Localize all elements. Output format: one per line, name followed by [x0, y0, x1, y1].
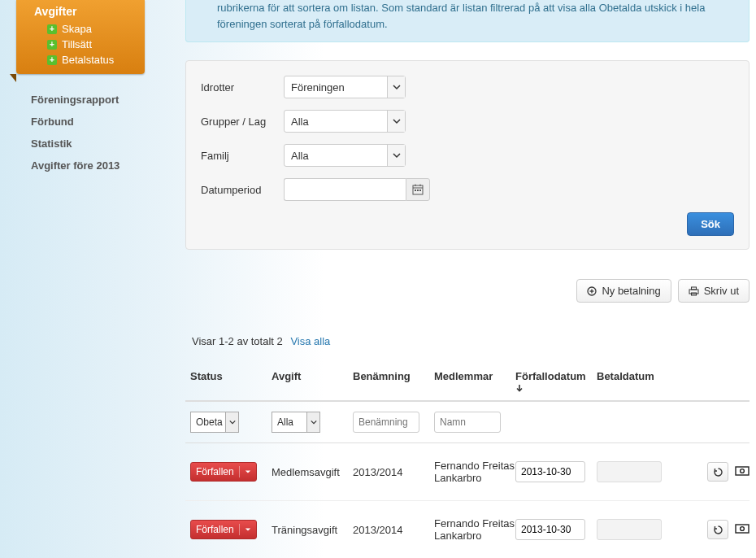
cash-icon — [735, 466, 749, 476]
refresh-button[interactable] — [707, 462, 728, 482]
plus-icon: + — [47, 55, 57, 65]
plus-icon: + — [47, 24, 57, 34]
chevron-down-icon — [387, 76, 405, 98]
datumperiod-input[interactable] — [284, 178, 406, 201]
svg-rect-4 — [415, 190, 416, 191]
sidebar-item-betalstatus[interactable]: + Betalstatus — [16, 52, 145, 68]
result-count: Visar 1-2 av totalt 2 Visa alla — [192, 335, 749, 347]
svg-rect-6 — [419, 190, 421, 191]
sidebar-item-skapa[interactable]: + Skapa — [16, 21, 145, 37]
sidebar-link-avgifter-fore-2013[interactable]: Avgifter före 2013 — [31, 155, 169, 177]
chevron-down-icon — [387, 145, 405, 166]
fees-table: Status Avgift Benämning Medlemmar Förfal… — [185, 362, 749, 558]
col-forfallodatum[interactable]: Förfallodatum — [515, 370, 597, 392]
status-dropdown[interactable]: Förfallen — [190, 462, 257, 482]
refresh-icon — [713, 525, 723, 535]
betaldatum-input[interactable] — [597, 519, 662, 540]
cell-medlem: Fernando Freitas Lankarbro — [434, 460, 515, 484]
status-filter-select[interactable]: Obeta — [190, 412, 239, 433]
cell-avgift: Träningsavgift — [272, 524, 353, 536]
sidebar-link-foreningsrapport[interactable]: Föreningsrapport — [31, 89, 169, 111]
filter-card: Idrotter Föreningen Grupper / Lag Alla F… — [185, 60, 749, 250]
cell-medlem: Fernando Freitas Lankarbro — [434, 517, 515, 542]
col-status[interactable]: Status — [190, 370, 272, 382]
status-dropdown[interactable]: Förfallen — [190, 520, 257, 539]
status-label: Förfallen — [196, 524, 234, 535]
cell-benamning: 2013/2014 — [353, 524, 434, 536]
svg-rect-14 — [736, 467, 749, 475]
svg-rect-16 — [736, 525, 749, 533]
avgift-filter-select[interactable]: Alla — [272, 412, 320, 433]
show-all-link[interactable]: Visa alla — [290, 335, 330, 347]
plus-icon: + — [47, 40, 57, 50]
sidebar-link-forbund[interactable]: Förbund — [31, 111, 169, 133]
svg-point-17 — [741, 527, 745, 531]
col-benamning[interactable]: Benämning — [353, 370, 434, 382]
familj-select[interactable]: Alla — [284, 144, 406, 167]
select-value: Obeta — [196, 416, 223, 428]
calendar-button[interactable] — [406, 178, 430, 201]
new-payment-button[interactable]: Ny betalning — [576, 279, 671, 303]
caret-down-icon — [245, 469, 251, 475]
grupper-select[interactable]: Alla — [284, 110, 406, 133]
chevron-down-icon — [306, 412, 319, 432]
button-label: Skriv ut — [704, 285, 739, 297]
refresh-button[interactable] — [707, 520, 728, 539]
cash-button[interactable] — [733, 520, 751, 538]
col-medlemmar[interactable]: Medlemmar — [434, 370, 515, 382]
forfall-date-input[interactable] — [515, 519, 585, 540]
filter-label-familj: Familj — [201, 150, 284, 162]
sidebar-links: Föreningsrapport Förbund Statistik Avgif… — [31, 89, 169, 177]
calendar-icon — [412, 184, 424, 195]
button-label: Ny betalning — [602, 285, 660, 297]
table-row: Förfallen Träningsavgift 2013/2014 Ferna… — [185, 501, 749, 558]
sidebar: Avgifter + Skapa + Tillsätt + Betalstatu… — [0, 0, 169, 177]
select-value: Alla — [291, 150, 309, 162]
chevron-down-icon — [225, 412, 238, 432]
benamning-filter-input[interactable] — [353, 412, 419, 433]
sidebar-item-label: Skapa — [62, 23, 92, 35]
svg-rect-5 — [417, 190, 419, 191]
select-value: Alla — [291, 116, 309, 128]
sidebar-link-statistik[interactable]: Statistik — [31, 133, 169, 155]
count-text: Visar 1-2 av totalt 2 — [192, 335, 283, 347]
plus-circle-icon — [587, 286, 597, 296]
select-value: Alla — [277, 416, 293, 428]
forfall-date-input[interactable] — [515, 461, 585, 482]
svg-point-15 — [741, 469, 745, 473]
refresh-icon — [713, 467, 723, 477]
info-banner: rubrikerna för att sortera om listan. So… — [185, 0, 749, 42]
table-row: Förfallen Medlemsavgift 2013/2014 Fernan… — [185, 443, 749, 501]
sidebar-item-label: Tillsätt — [62, 38, 92, 50]
status-label: Förfallen — [196, 466, 234, 477]
namn-filter-input[interactable] — [434, 412, 501, 433]
cell-avgift: Medlemsavgift — [272, 466, 353, 478]
sidebar-active-title: Avgifter — [16, 3, 145, 21]
table-header: Status Avgift Benämning Medlemmar Förfal… — [185, 362, 749, 402]
main-content: rubrikerna för att sortera om listan. So… — [169, 0, 756, 558]
print-button[interactable]: Skriv ut — [678, 279, 749, 303]
table-filter-row: Obeta Alla — [185, 402, 749, 443]
svg-rect-11 — [691, 287, 696, 290]
cell-benamning: 2013/2014 — [353, 466, 434, 478]
filter-label-idrotter: Idrotter — [201, 81, 284, 94]
print-icon — [689, 286, 699, 296]
sort-down-icon — [515, 384, 597, 392]
filter-label-grupper: Grupper / Lag — [201, 116, 284, 128]
search-button[interactable]: Sök — [687, 212, 734, 236]
sidebar-item-label: Betalstatus — [62, 54, 114, 66]
sidebar-active-section: Avgifter + Skapa + Tillsätt + Betalstatu… — [16, 0, 145, 74]
chevron-down-icon — [387, 111, 405, 132]
sidebar-item-tillsatt[interactable]: + Tillsätt — [16, 37, 145, 52]
idrotter-select[interactable]: Föreningen — [284, 76, 406, 98]
select-value: Föreningen — [291, 81, 345, 94]
betaldatum-input[interactable] — [597, 461, 662, 482]
caret-down-icon — [245, 526, 251, 533]
cash-icon — [735, 524, 749, 534]
col-betaldatum[interactable]: Betaldatum — [597, 370, 678, 382]
header-label: Förfallodatum — [515, 370, 597, 382]
col-avgift[interactable]: Avgift — [272, 370, 353, 382]
cash-button[interactable] — [733, 462, 751, 480]
filter-label-datumperiod: Datumperiod — [201, 184, 284, 196]
